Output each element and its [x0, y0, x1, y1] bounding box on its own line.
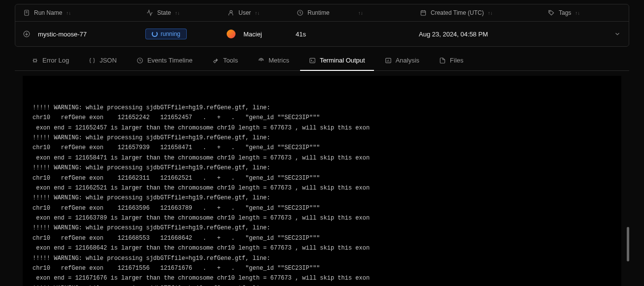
terminal-output[interactable]: !!!!! WARNING: while processing sjdbGTFf… [23, 76, 621, 286]
sort-icon: ↑↓ [488, 10, 493, 16]
created-cell: Aug 23, 2024, 04:58 PM [419, 31, 547, 38]
run-table: Run Name ↑↓ State ↑↓ User ↑↓ Runtime ↑↓ [15, 4, 629, 47]
calendar-icon [420, 9, 427, 16]
terminal-line: exon end = 121668642 is larger than the … [33, 243, 611, 253]
terminal-line: chr10 refGene exon 121663596 121663789 .… [33, 203, 611, 213]
tab-json[interactable]: JSON [80, 51, 126, 71]
svg-line-15 [34, 59, 34, 59]
terminal-line: chr10 refGene exon 121671556 121671676 .… [33, 263, 611, 273]
runtime-cell: 41s [296, 31, 419, 38]
tab-error-log[interactable]: Error Log [23, 51, 78, 71]
svg-point-3 [230, 10, 233, 13]
tab-tools[interactable]: Tools [203, 51, 247, 71]
tab-events-timeline[interactable]: Events Timeline [128, 51, 202, 71]
tab-files[interactable]: Files [430, 51, 472, 71]
state-cell: running [145, 29, 227, 39]
status-badge: running [145, 29, 187, 39]
run-name: mystic-moose-77 [38, 31, 87, 38]
tab-analysis[interactable]: Analysis [376, 51, 428, 71]
col-label: User [238, 9, 251, 16]
col-header-tags[interactable]: Tags ↑↓ [548, 9, 621, 16]
terminal-line: !!!!! WARNING: while processing sjdbGTFf… [33, 193, 611, 203]
svg-rect-5 [421, 11, 425, 15]
terminal-content: !!!!! WARNING: while processing sjdbGTFf… [33, 103, 611, 286]
col-header-run-name[interactable]: Run Name ↑↓ [23, 9, 146, 16]
terminal-line: chr10 refGene exon 121662311 121662521 .… [33, 173, 611, 183]
sort-icon: ↑↓ [575, 10, 580, 16]
terminal-line: chr10 refGene exon 121652242 121652457 .… [33, 113, 611, 123]
tab-label: Analysis [396, 57, 419, 64]
table-header-row: Run Name ↑↓ State ↑↓ User ↑↓ Runtime ↑↓ [15, 4, 629, 22]
col-label: State [157, 9, 171, 16]
sort-icon: ↑↓ [358, 10, 363, 16]
clock-icon [136, 57, 143, 64]
terminal-line: exon end = 121662521 is larger than the … [33, 183, 611, 193]
tab-label: JSON [100, 57, 117, 64]
col-label: Run Name [34, 9, 62, 16]
state-text: running [161, 31, 180, 37]
scrollbar-thumb[interactable] [627, 227, 629, 261]
spinner-icon [152, 31, 158, 37]
terminal-line: exon end = 121671676 is larger than the … [33, 273, 611, 283]
avatar [227, 30, 236, 38]
sort-icon: ↑↓ [255, 10, 260, 16]
user-cell: Maciej [227, 30, 296, 38]
col-header-state[interactable]: State ↑↓ [146, 9, 228, 16]
terminal-line: !!!!! WARNING: while processing sjdbGTFf… [33, 254, 611, 263]
svg-line-16 [36, 59, 36, 59]
tab-label: Metrics [269, 57, 289, 64]
tab-label: Events Timeline [147, 57, 193, 64]
col-header-runtime[interactable]: Runtime ↑↓ [297, 9, 420, 16]
terminal-line: chr10 refGene exon 121657939 121658471 .… [33, 143, 611, 153]
col-header-user[interactable]: User ↑↓ [228, 9, 297, 16]
user-name: Maciej [243, 31, 262, 38]
document-icon [23, 9, 30, 16]
tab-terminal-output[interactable]: Terminal Output [300, 51, 374, 71]
col-label: Runtime [307, 9, 330, 16]
download-icon[interactable] [23, 31, 30, 37]
tab-label: Terminal Output [320, 57, 365, 64]
user-icon [228, 9, 235, 16]
terminal-line: !!!!! WARNING: while processing sjdbGTFf… [33, 133, 611, 143]
chevron-down-icon[interactable] [614, 31, 621, 37]
terminal-line: chr10 refGene exon 121668553 121668642 .… [33, 233, 611, 243]
created-value: Aug 23, 2024, 04:58 PM [419, 31, 488, 38]
chart-icon [385, 57, 392, 64]
svg-point-9 [550, 11, 550, 12]
terminal-line: !!!!! WARNING: while processing sjdbGTFf… [33, 284, 611, 286]
run-name-cell: mystic-moose-77 [38, 31, 145, 38]
terminal-line: !!!!! WARNING: while processing sjdbGTFf… [33, 103, 611, 113]
file-icon [439, 57, 446, 64]
sort-icon: ↑↓ [175, 10, 180, 16]
activity-icon [146, 9, 153, 16]
tab-metrics[interactable]: Metrics [249, 51, 298, 71]
tab-label: Files [450, 57, 463, 64]
runtime-value: 41s [296, 31, 306, 38]
braces-icon [89, 57, 96, 64]
table-row[interactable]: mystic-moose-77 running Maciej 41s Aug 2… [15, 22, 629, 46]
terminal-line: !!!!! WARNING: while processing sjdbGTFf… [33, 223, 611, 233]
tag-icon [548, 9, 555, 16]
terminal-line: !!!!! WARNING: while processing sjdbGTFf… [33, 163, 611, 173]
svg-line-18 [36, 62, 36, 62]
scrollbar[interactable] [626, 79, 629, 276]
svg-point-12 [34, 59, 36, 62]
terminal-line: exon end = 121663789 is larger than the … [33, 213, 611, 223]
svg-line-17 [34, 62, 34, 62]
signal-icon [258, 57, 265, 64]
terminal-line: exon end = 121658471 is larger than the … [33, 153, 611, 163]
col-header-created[interactable]: Created Time (UTC) ↑↓ [420, 9, 548, 16]
tab-bar: Error Log JSON Events Timeline Tools Met… [15, 51, 629, 71]
col-label: Tags [559, 9, 571, 16]
wrench-icon [212, 57, 219, 64]
clock-icon [297, 9, 304, 16]
terminal-line: exon end = 121652457 is larger than the … [33, 123, 611, 133]
tab-label: Error Log [42, 57, 69, 64]
svg-point-20 [261, 60, 261, 61]
terminal-icon [309, 57, 316, 64]
tab-label: Tools [223, 57, 238, 64]
sort-icon: ↑↓ [66, 10, 71, 16]
svg-rect-21 [310, 58, 315, 63]
col-label: Created Time (UTC) [431, 9, 484, 16]
bug-icon [32, 57, 38, 64]
